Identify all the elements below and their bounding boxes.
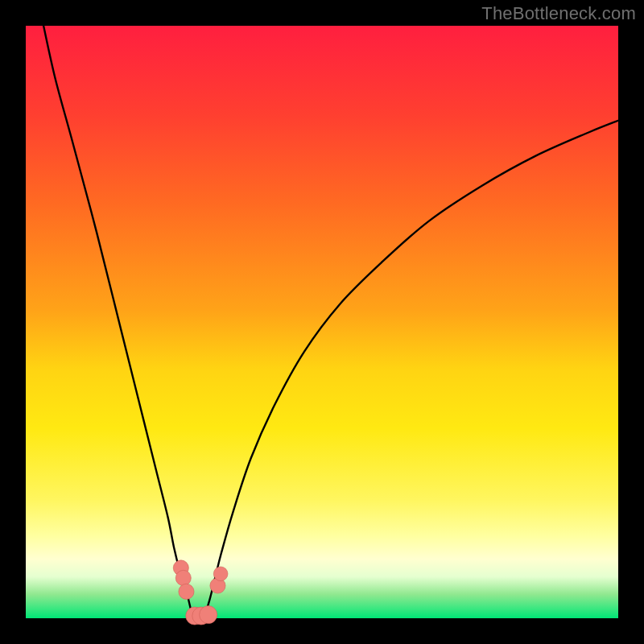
pt-bottom-3	[200, 606, 217, 624]
pt-left-3	[179, 584, 194, 599]
marker-group	[173, 560, 228, 625]
pt-left-2	[175, 570, 191, 585]
chart-plot-area	[26, 26, 618, 618]
pt-right-2	[213, 567, 228, 581]
chart-frame: TheBottleneck.com	[0, 0, 644, 644]
bottleneck-curve	[43, 26, 618, 620]
chart-svg	[26, 26, 618, 618]
watermark-text: TheBottleneck.com	[481, 3, 636, 24]
